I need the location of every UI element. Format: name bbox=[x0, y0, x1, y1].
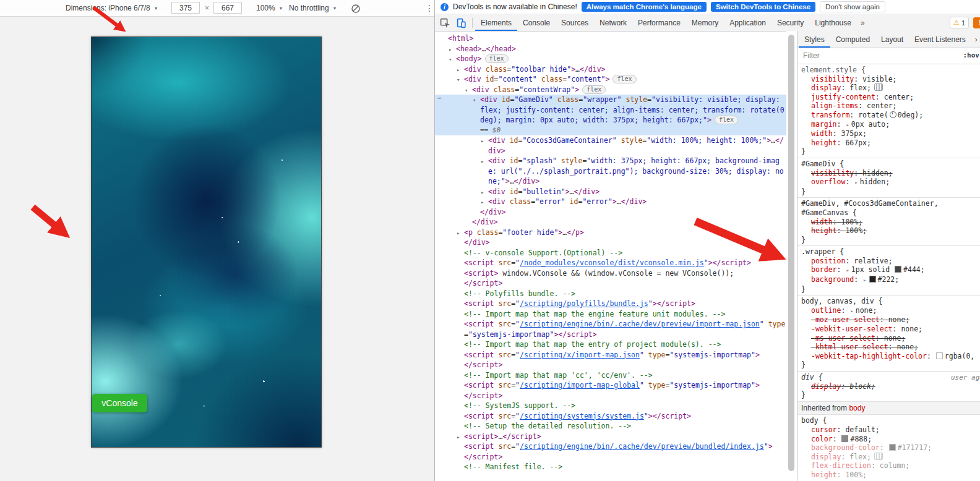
color-swatch[interactable] bbox=[936, 352, 943, 359]
vconsole-button[interactable]: vConsole bbox=[92, 394, 147, 412]
flex-badge[interactable]: flex bbox=[612, 75, 636, 83]
css-property[interactable]: border: ▸1px solid #444; bbox=[797, 265, 980, 275]
dom-tree-node[interactable]: <script src="/node_modules/vconsole/dist… bbox=[435, 258, 786, 268]
css-property[interactable]: visibility: hidden; bbox=[797, 169, 980, 178]
dom-tree-node[interactable]: ▸<div class="toolbar hide">…</div> bbox=[435, 64, 786, 75]
flex-badge[interactable]: flex bbox=[485, 54, 509, 63]
device-select[interactable]: Dimensions: iPhone 6/7/8 ▾ bbox=[66, 0, 157, 16]
css-property[interactable]: -moz-user-select: none; bbox=[797, 315, 980, 325]
color-swatch[interactable] bbox=[895, 266, 901, 273]
dom-tree-node[interactable]: <script> window.VConsole && (window.vCon… bbox=[435, 268, 786, 279]
css-property[interactable]: position: relative; bbox=[797, 257, 980, 266]
tab-performance[interactable]: Performance bbox=[632, 15, 686, 31]
css-selector[interactable]: body, canvas, div { bbox=[797, 297, 980, 306]
dom-tree-node[interactable]: </div> bbox=[435, 237, 786, 248]
dom-tree-node[interactable]: <script src="/scripting/import-map-globa… bbox=[435, 380, 786, 391]
zoom-select[interactable]: 100% ▾ bbox=[256, 0, 282, 16]
css-property[interactable]: height: 100%; bbox=[797, 226, 980, 236]
dom-tree-node[interactable]: <script src="/scripting/engine/bin/.cach… bbox=[435, 441, 786, 452]
css-property[interactable]: width: 100%; bbox=[797, 218, 980, 227]
css-property[interactable]: width: 375px; bbox=[797, 129, 980, 138]
expand-shorthand-icon[interactable]: ▸ bbox=[863, 277, 866, 283]
dom-tree-node[interactable]: ▾⋯<div id="GameDiv" class="wrapper" styl… bbox=[435, 95, 786, 135]
flex-editor-icon[interactable] bbox=[874, 453, 883, 460]
css-property[interactable]: align-items: center; bbox=[797, 101, 980, 111]
css-selector[interactable]: .wrapper { bbox=[797, 247, 980, 257]
dom-tree-node[interactable]: <!-- Import map that map 'cc', 'cc/env'.… bbox=[435, 370, 786, 381]
dom-tree-node[interactable]: <!-- Import map that map the engine feat… bbox=[435, 309, 786, 320]
scrollbar-thumb[interactable] bbox=[788, 35, 794, 471]
tab-styles[interactable]: Styles bbox=[799, 32, 830, 48]
expand-shorthand-icon[interactable]: ▸ bbox=[846, 267, 849, 273]
console-warnings-badge[interactable]: ⚠ 1 bbox=[950, 17, 969, 28]
dom-tree-node[interactable]: ▸<div class="error" id="error">…</div> bbox=[435, 197, 786, 207]
styles-filter-input[interactable]: Filter bbox=[803, 51, 820, 60]
dom-tree-node[interactable]: ▾<div class="contentWrap">flex bbox=[435, 85, 786, 95]
tab-sources[interactable]: Sources bbox=[556, 15, 594, 31]
dom-tree-node[interactable]: ▸<div id="splash" style="width: 375px; h… bbox=[435, 156, 786, 187]
dom-tree-node[interactable]: </div> bbox=[435, 207, 786, 218]
tab-layout[interactable]: Layout bbox=[875, 32, 909, 48]
css-property[interactable]: visibility: visible; bbox=[797, 75, 980, 84]
css-property[interactable]: flex-direction: column; bbox=[797, 461, 980, 470]
flex-editor-icon[interactable] bbox=[874, 83, 883, 91]
css-property[interactable]: display: block; bbox=[797, 382, 980, 391]
dom-tree-node[interactable]: ▸<script>…</script> bbox=[435, 432, 786, 442]
css-property[interactable]: color: #888; bbox=[797, 435, 980, 444]
dom-tree-node[interactable]: </script> bbox=[435, 452, 786, 462]
disable-icon[interactable] bbox=[351, 3, 361, 13]
css-property[interactable]: overflow: ▸hidden; bbox=[797, 177, 980, 187]
css-property[interactable]: -webkit-tap-highlight-color: rgba(0, bbox=[797, 352, 980, 361]
dom-tree-node[interactable]: <script src="/scripting/engine/bin/.cach… bbox=[435, 319, 786, 339]
css-selector[interactable]: div {user agent stylesheet bbox=[797, 373, 980, 382]
dom-tree-node[interactable]: ▸<div id="bulletin">…</div> bbox=[435, 187, 786, 197]
css-property[interactable]: background-color: #171717; bbox=[797, 443, 980, 453]
dom-tree-node[interactable]: </script> bbox=[435, 360, 786, 370]
css-property[interactable]: cursor: default; bbox=[797, 425, 980, 435]
sidebar-more-icon[interactable]: › bbox=[971, 35, 980, 44]
css-property[interactable]: -khtml-user-select: none; bbox=[797, 343, 980, 352]
css-selector[interactable]: element.style { bbox=[797, 66, 980, 75]
color-swatch[interactable] bbox=[889, 444, 896, 451]
color-swatch[interactable] bbox=[869, 276, 876, 283]
css-property[interactable]: transform: rotate(0deg); bbox=[797, 111, 980, 120]
dom-tree-node[interactable]: </script> bbox=[435, 391, 786, 401]
css-property[interactable]: display: flex; bbox=[797, 453, 980, 462]
disclosure-closed-icon[interactable]: ▸ bbox=[457, 65, 460, 75]
tab-elements[interactable]: Elements bbox=[475, 15, 517, 31]
disclosure-open-icon[interactable]: ▾ bbox=[457, 75, 460, 85]
disclosure-closed-icon[interactable]: ▸ bbox=[449, 45, 452, 55]
issues-icon[interactable]: ! bbox=[973, 17, 980, 28]
dom-tree-node[interactable]: <script src="/scripting/systemjs/system.… bbox=[435, 411, 786, 422]
more-options-icon[interactable]: ⋮ bbox=[425, 0, 434, 16]
dom-tree-node[interactable]: <!-- v-console Support.(Optional) --> bbox=[435, 248, 786, 258]
css-selector[interactable]: #GameDiv { bbox=[797, 160, 980, 169]
css-property[interactable]: outline: ▸none; bbox=[797, 306, 980, 316]
css-property[interactable]: justify-content: center; bbox=[797, 93, 980, 102]
dom-tree-node[interactable]: ▸<head>…</head> bbox=[435, 44, 786, 54]
disclosure-closed-icon[interactable]: ▸ bbox=[481, 156, 484, 167]
throttling-select[interactable]: No throttling ▾ bbox=[289, 0, 336, 16]
tab-computed[interactable]: Computed bbox=[830, 32, 875, 48]
tab-console[interactable]: Console bbox=[517, 15, 556, 31]
toggle-element-state-button[interactable]: :hov bbox=[963, 51, 980, 59]
css-selector[interactable]: #GameDiv, #Cocos3dGameContainer, bbox=[797, 199, 980, 208]
css-property[interactable]: height: 667px; bbox=[797, 138, 980, 148]
dom-tree-node[interactable]: ▸<div id="Cocos3dGameContainer" style="w… bbox=[435, 135, 786, 156]
disclosure-open-icon[interactable]: ▾ bbox=[449, 54, 452, 65]
dom-tree-node[interactable]: <!-- Polyfills bundle. --> bbox=[435, 289, 786, 299]
node-overflow-icon[interactable]: ⋯ bbox=[437, 93, 442, 104]
dom-tree-node[interactable]: ▾<body>flex bbox=[435, 54, 786, 64]
disclosure-closed-icon[interactable]: ▸ bbox=[457, 432, 460, 443]
dom-tree-node[interactable]: <script src="/scripting/x/import-map.jso… bbox=[435, 350, 786, 360]
tab-network[interactable]: Network bbox=[594, 15, 632, 31]
inspect-element-icon[interactable] bbox=[440, 18, 451, 28]
expand-shorthand-icon[interactable]: ▸ bbox=[846, 122, 849, 128]
tab-security[interactable]: Security bbox=[772, 15, 809, 31]
expand-shorthand-icon[interactable]: ▸ bbox=[850, 308, 853, 314]
color-swatch[interactable] bbox=[841, 435, 848, 442]
inherited-node-link[interactable]: body bbox=[849, 404, 865, 412]
expand-shorthand-icon[interactable]: ▸ bbox=[854, 179, 858, 185]
dom-tree-node[interactable]: <!-- Import map that map the entry of pr… bbox=[435, 339, 786, 350]
elements-scrollbar[interactable] bbox=[786, 31, 797, 481]
